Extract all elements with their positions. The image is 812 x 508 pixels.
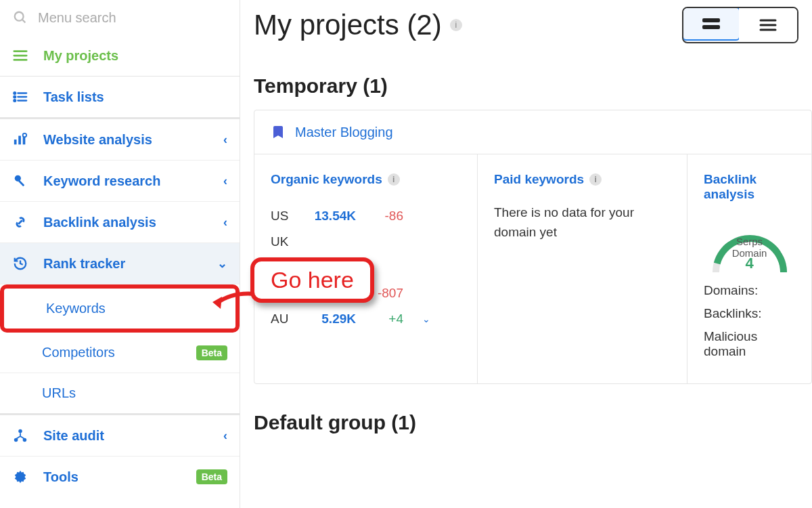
column-heading: Paid keywords i <box>494 172 671 187</box>
donut-value: 4 <box>713 255 787 272</box>
view-toggle <box>682 7 798 43</box>
svg-point-17 <box>18 429 22 433</box>
sidebar-group-keyword-research[interactable]: Keyword research ‹ <box>0 161 240 202</box>
view-list-button[interactable] <box>739 8 797 42</box>
sidebar-sub-urls[interactable]: URLs <box>0 373 240 415</box>
svg-line-1 <box>22 20 26 23</box>
sidebar-item-label: Site audit <box>43 428 104 444</box>
keyword-count: 6.16K <box>309 286 356 301</box>
gear-icon <box>12 469 28 485</box>
chevron-down-icon[interactable]: ⌄ <box>422 314 430 324</box>
section-default-group: Default group (1) <box>254 411 812 434</box>
svg-point-9 <box>14 100 16 102</box>
country-code: US <box>271 209 295 224</box>
column-heading-text: Organic keywords <box>271 172 382 187</box>
project-card: Master Blogging Organic keywords i US13.… <box>254 110 812 384</box>
info-icon[interactable]: i <box>450 19 462 31</box>
svg-rect-21 <box>702 18 720 22</box>
backlink-metric: Malicious domain <box>704 325 795 363</box>
organic-keywords-column: Organic keywords i US13.54K-86UKRUUA6.16… <box>254 154 478 383</box>
info-icon[interactable]: i <box>388 173 400 186</box>
svg-point-15 <box>15 175 21 182</box>
backlink-metric: Backlinks: <box>704 302 795 325</box>
favicon-icon <box>271 124 287 140</box>
country-code: UA <box>271 286 295 301</box>
info-icon[interactable]: i <box>589 173 602 186</box>
paid-keywords-column: Paid keywords i There is no data for you… <box>478 154 687 383</box>
svg-point-14 <box>23 133 26 137</box>
burger-icon <box>12 47 28 64</box>
sidebar-group-site-audit[interactable]: Site audit ‹ <box>0 415 240 457</box>
svg-point-0 <box>15 12 24 21</box>
sidebar-item-label: My projects <box>43 48 118 64</box>
svg-rect-16 <box>18 180 24 186</box>
organic-row: RU <box>271 255 461 280</box>
search-icon <box>12 9 28 26</box>
project-card-header: Master Blogging <box>254 110 811 154</box>
chevron-left-icon: ‹ <box>223 133 227 147</box>
history-icon <box>12 255 28 272</box>
sidebar-item-label: Website analysis <box>43 132 152 148</box>
chevron-left-icon: ‹ <box>223 429 227 443</box>
chevron-left-icon: ‹ <box>223 215 227 230</box>
sidebar-item-my-projects[interactable]: My projects <box>0 35 240 77</box>
organic-row: UA6.16K-807 <box>271 280 461 306</box>
chevron-down-icon: ⌄ <box>217 256 227 271</box>
beta-badge: Beta <box>196 469 227 484</box>
sidebar-item-label: Task lists <box>43 89 104 105</box>
svg-rect-22 <box>702 25 720 29</box>
page-title-text: My projects (2) <box>254 9 442 41</box>
sidebar-item-label: Keyword research <box>43 173 160 189</box>
sidebar-item-label: Keywords <box>46 301 106 316</box>
section-temporary: Temporary (1) <box>254 75 812 98</box>
keyword-count: 5.29K <box>309 312 356 326</box>
menu-search-input[interactable] <box>38 10 227 26</box>
sidebar-item-label: Backlink analysis <box>43 215 156 230</box>
organic-row: US13.54K-86 <box>271 203 461 229</box>
donut-chart: SerpsDomain 4 <box>704 218 795 272</box>
sidebar-sub-competitors[interactable]: Competitors Beta <box>0 333 240 373</box>
donut-label: Serps <box>736 236 763 247</box>
organic-row: UK <box>271 229 461 255</box>
link-icon <box>12 214 28 230</box>
svg-point-7 <box>14 96 16 98</box>
sidebar-item-task-lists[interactable]: Task lists <box>0 77 240 119</box>
country-code: AU <box>271 312 295 326</box>
main-content: My projects (2) i Temporary (1) Master B… <box>240 0 812 508</box>
keyword-delta: -86 <box>369 209 403 224</box>
country-code: RU <box>271 260 295 275</box>
view-cards-button[interactable] <box>682 7 740 41</box>
project-link[interactable]: Master Blogging <box>295 125 393 140</box>
no-data-text: There is no data for your domain yet <box>494 203 671 242</box>
keyword-delta: +4 <box>369 312 403 326</box>
sidebar-group-tools[interactable]: Tools Beta <box>0 457 240 497</box>
sidebar: My projects Task lists Website analysis … <box>0 0 240 508</box>
sidebar-group-website-analysis[interactable]: Website analysis ‹ <box>0 119 240 161</box>
menu-search-row <box>0 0 240 35</box>
keyword-count: 13.54K <box>309 209 356 224</box>
annotation-highlight: Keywords <box>0 284 240 333</box>
sidebar-item-label: Tools <box>43 469 78 485</box>
sidebar-sub-keywords[interactable]: Keywords <box>4 289 235 329</box>
backlink-analysis-column: Backlink analysis SerpsDomain 4 Domains:… <box>687 154 811 383</box>
country-code: UK <box>271 234 295 249</box>
key-icon <box>12 173 28 189</box>
list-icon <box>12 89 28 105</box>
sitemap-icon <box>12 427 28 444</box>
backlink-metric: Domains: <box>704 279 795 302</box>
sidebar-item-label: Competitors <box>42 345 115 360</box>
column-heading-text: Paid keywords <box>494 172 584 187</box>
sidebar-item-label: Rank tracker <box>43 256 125 272</box>
sidebar-group-backlink-analysis[interactable]: Backlink analysis ‹ <box>0 202 240 243</box>
keyword-delta: -807 <box>369 286 403 301</box>
chevron-left-icon: ‹ <box>223 174 227 188</box>
column-heading: Backlink analysis <box>704 172 795 202</box>
svg-point-5 <box>14 92 16 94</box>
chart-icon <box>12 131 28 148</box>
column-heading: Organic keywords i <box>271 172 461 187</box>
page-header: My projects (2) i <box>254 7 812 43</box>
organic-row: AU5.29K+4⌄ <box>271 306 461 332</box>
column-heading-text: Backlink analysis <box>704 172 795 202</box>
sidebar-group-rank-tracker[interactable]: Rank tracker ⌄ <box>0 243 240 284</box>
beta-badge: Beta <box>196 345 227 360</box>
